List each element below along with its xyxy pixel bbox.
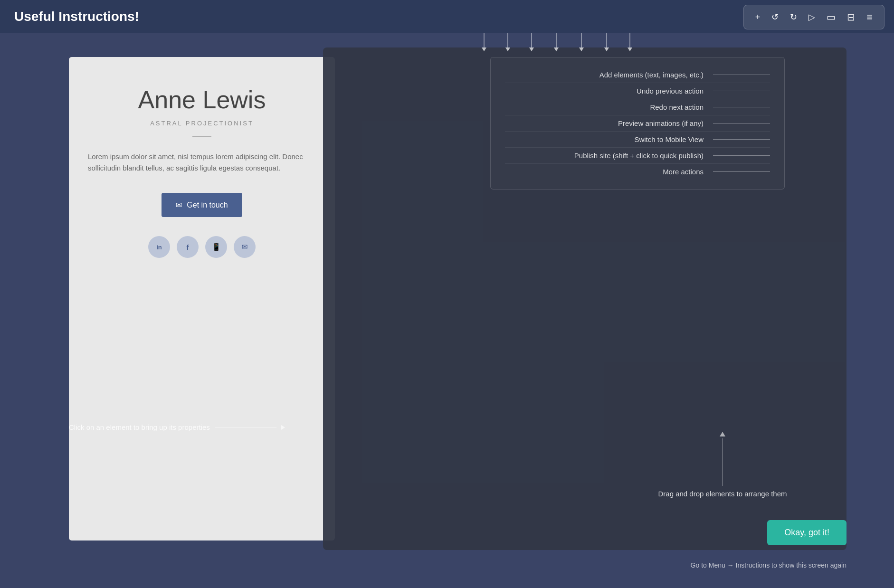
tooltip-line-6 [713, 171, 770, 172]
tooltip-line-5 [713, 155, 770, 156]
tooltip-preview-label: Preview animations (if any) [618, 119, 704, 127]
linkedin-icon: in [156, 244, 162, 251]
tooltip-mobile: Switch to Mobile View [505, 132, 770, 148]
preview-card: Anne Lewis ASTRAL PROJECTIONIST Lorem ip… [69, 57, 335, 541]
tooltip-more: More actions [505, 164, 770, 180]
preview-divider [192, 136, 211, 137]
click-arrow [281, 425, 285, 430]
top-bar: Useful Instructions! [0, 0, 894, 33]
tooltip-undo: Undo previous action [505, 83, 770, 99]
canvas-area: Anne Lewis ASTRAL PROJECTIONIST Lorem ip… [0, 33, 894, 588]
preview-name: Anne Lewis [88, 85, 316, 114]
tooltip-redo: Redo next action [505, 99, 770, 115]
preview-subtitle: ASTRAL PROJECTIONIST [88, 120, 316, 127]
footer-note: Go to Menu → Instructions to show this s… [691, 561, 846, 569]
tooltip-line-3 [713, 123, 770, 123]
click-instruction-label: Click on an element to bring up its prop… [69, 423, 210, 431]
tooltip-add-label: Add elements (text, images, etc.) [599, 71, 704, 79]
email-icon-button[interactable]: ✉ [234, 236, 256, 258]
tooltip-publish: Publish site (shift + click to quick pub… [505, 148, 770, 164]
facebook-icon: f [187, 243, 189, 251]
mobile-icon: 📱 [212, 243, 221, 251]
tooltip-undo-label: Undo previous action [637, 87, 704, 95]
drag-arrow-up [720, 432, 725, 436]
tooltip-line-0 [713, 75, 770, 75]
tooltip-redo-label: Redo next action [650, 103, 704, 111]
tooltip-preview: Preview animations (if any) [505, 115, 770, 132]
cta-label: Get in touch [187, 201, 228, 209]
tooltip-publish-label: Publish site (shift + click to quick pub… [574, 152, 704, 160]
overlay-panel: Add elements (text, images, etc.) Undo p… [323, 47, 846, 550]
mobile-icon-button[interactable]: 📱 [205, 236, 227, 258]
social-icons: in f 📱 ✉ [88, 236, 316, 258]
app-title: Useful Instructions! [14, 9, 139, 24]
tooltip-line-1 [713, 91, 770, 91]
drag-instruction: Drag and drop elements to arrange them [646, 432, 799, 498]
tooltip-add-elements: Add elements (text, images, etc.) [505, 67, 770, 83]
tooltip-mobile-label: Switch to Mobile View [634, 135, 704, 143]
drag-vertical-line [723, 438, 723, 486]
tooltip-line-4 [713, 139, 770, 140]
okay-button[interactable]: Okay, got it! [767, 520, 846, 545]
mail-icon: ✉ [242, 243, 248, 251]
email-icon: ✉ [176, 200, 182, 209]
get-in-touch-button[interactable]: ✉ Get in touch [162, 193, 242, 217]
preview-body: Lorem ipsum dolor sit amet, nisl tempus … [88, 151, 316, 174]
facebook-icon-button[interactable]: f [177, 236, 199, 258]
linkedin-icon-button[interactable]: in [148, 236, 170, 258]
preview-content: Anne Lewis ASTRAL PROJECTIONIST Lorem ip… [69, 57, 335, 277]
tooltip-box: Add elements (text, images, etc.) Undo p… [490, 57, 785, 190]
click-instruction: Click on an element to bring up its prop… [69, 423, 285, 431]
tooltip-line-2 [713, 107, 770, 107]
click-line [215, 427, 276, 427]
tooltip-more-label: More actions [663, 168, 704, 176]
drag-instruction-label: Drag and drop elements to arrange them [658, 490, 787, 498]
